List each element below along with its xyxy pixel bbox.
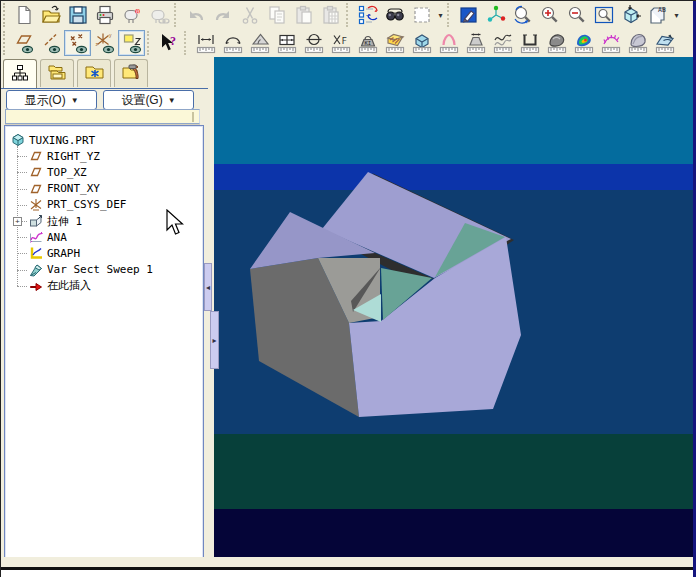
show-button-label: 显示(O)	[24, 92, 65, 109]
regenerate-button[interactable]	[354, 2, 381, 28]
saved-views-dropdown-arrow[interactable]: ▾	[672, 11, 681, 20]
measure-angle-icon	[249, 32, 271, 54]
tab-connections[interactable]	[114, 59, 148, 87]
spin-center-toggle-button[interactable]	[118, 30, 145, 56]
reorient-view-button[interactable]	[617, 2, 644, 28]
send-email-button[interactable]: 0	[118, 2, 145, 28]
svg-text:F: F	[341, 36, 346, 46]
tree-item-label: Var Sect Sweep 1	[47, 263, 153, 276]
chevron-left-icon: ◂	[206, 283, 210, 292]
toolbar-separator	[447, 3, 453, 27]
shaded-analysis-button[interactable]	[543, 30, 570, 56]
zoom-in-button[interactable]	[536, 2, 563, 28]
saved-views-button[interactable]: AB	[644, 2, 671, 28]
tree-item-row[interactable]: ANA	[29, 229, 67, 245]
paste-button	[290, 2, 317, 28]
zoom-out-button[interactable]	[563, 2, 590, 28]
csys-icon	[29, 198, 43, 212]
select-box-icon	[411, 4, 433, 26]
measure-dimension-button[interactable]	[273, 30, 300, 56]
tree-root-row[interactable]: TUXING.PRT	[11, 132, 95, 148]
clearance-analysis-button[interactable]	[462, 30, 489, 56]
undo-button	[182, 2, 209, 28]
new-file-button[interactable]	[10, 2, 37, 28]
tree-connector	[17, 286, 27, 287]
find-button[interactable]	[381, 2, 408, 28]
background-band	[214, 57, 695, 164]
tree-item-label: GRAPH	[47, 247, 80, 260]
undo-icon	[185, 4, 207, 26]
spin-center-button[interactable]	[482, 2, 509, 28]
toolbar-grip[interactable]	[3, 3, 8, 27]
tree-item-label: TOP_XZ	[47, 166, 87, 179]
section-analysis-button[interactable]	[516, 30, 543, 56]
curve-analysis-icon	[492, 32, 514, 54]
tree-item-row[interactable]: 拉伸 1	[29, 213, 82, 229]
datum-points-toggle-button[interactable]	[64, 30, 91, 56]
sash-expand-handle[interactable]: ▸	[210, 311, 219, 369]
tree-filter-input[interactable]	[5, 109, 200, 124]
surface-analysis-icon	[627, 32, 649, 54]
tree-connector	[17, 189, 27, 190]
show-dropdown-button[interactable]: 显示(O) ▼	[6, 90, 97, 110]
measure-distance-button[interactable]	[192, 30, 219, 56]
color-map-analysis-button[interactable]	[570, 30, 597, 56]
cross-section-button[interactable]	[381, 30, 408, 56]
tree-item-row[interactable]: GRAPH	[29, 245, 80, 261]
tree-item-row[interactable]: RIGHT_YZ	[29, 148, 100, 164]
zoom-refit-icon	[593, 4, 615, 26]
chevron-down-icon: ▼	[71, 96, 79, 105]
copy-button	[263, 2, 290, 28]
orient-mode-button[interactable]	[509, 2, 536, 28]
background-band	[214, 434, 695, 509]
tree-connector	[17, 270, 27, 271]
select-box-button[interactable]	[408, 2, 435, 28]
curvature-analysis-button[interactable]	[597, 30, 624, 56]
surface-analysis-button[interactable]	[624, 30, 651, 56]
mass-properties-icon: KI	[357, 32, 379, 54]
measure-diameter-icon	[303, 32, 325, 54]
tab-folder-browser[interactable]	[40, 59, 74, 87]
datum-planes-toggle-button[interactable]	[10, 30, 37, 56]
tab-model-tree[interactable]	[3, 59, 37, 89]
tab-favorites[interactable]	[77, 59, 111, 87]
curve-analysis-button[interactable]	[489, 30, 516, 56]
zoom-out-icon	[566, 4, 588, 26]
tree-item-row[interactable]: PRT_CSYS_DEF	[29, 197, 126, 213]
mass-properties-button[interactable]: KI	[354, 30, 381, 56]
measure-angle-button[interactable]	[246, 30, 273, 56]
tree-item-row[interactable]: TOP_XZ	[29, 164, 87, 180]
repaint-button[interactable]	[455, 2, 482, 28]
tree-item-label: 拉伸 1	[47, 214, 82, 229]
tree-item-label: FRONT_XY	[47, 182, 100, 195]
save-button[interactable]	[64, 2, 91, 28]
zoom-in-icon	[539, 4, 561, 26]
datum-axes-toggle-button[interactable]	[37, 30, 64, 56]
print-button[interactable]	[91, 2, 118, 28]
toolbar-grip[interactable]	[3, 31, 8, 55]
tree-connector	[17, 156, 27, 157]
graphics-viewport[interactable]	[214, 57, 695, 564]
measure-feature-icon: F	[330, 32, 352, 54]
volume-analysis-button[interactable]	[408, 30, 435, 56]
reflection-analysis-button[interactable]	[651, 30, 678, 56]
extrude-icon	[29, 214, 43, 228]
tree-item-row[interactable]: Var Sect Sweep 1	[29, 262, 153, 278]
datum-csys-toggle-button[interactable]: zy	[91, 30, 118, 56]
sash-collapse-handle[interactable]: ◂	[204, 263, 212, 311]
zoom-refit-button[interactable]	[590, 2, 617, 28]
measure-arc-button[interactable]	[219, 30, 246, 56]
measure-feature-button[interactable]: F	[327, 30, 354, 56]
thickness-analysis-button[interactable]	[435, 30, 462, 56]
paste-icon	[293, 4, 315, 26]
tree-item-row[interactable]: 在此插入	[29, 278, 91, 294]
open-folder-button[interactable]	[37, 2, 64, 28]
measure-diameter-button[interactable]	[300, 30, 327, 56]
context-help-button[interactable]: ?	[155, 30, 182, 56]
tree-item-row[interactable]: FRONT_XY	[29, 181, 100, 197]
tree-expander[interactable]: +	[13, 217, 22, 226]
toolbar-separator	[184, 31, 190, 55]
settings-dropdown-button[interactable]: 设置(G) ▼	[103, 90, 194, 110]
select-box-dropdown-arrow[interactable]: ▾	[436, 11, 445, 20]
copy-icon	[266, 4, 288, 26]
